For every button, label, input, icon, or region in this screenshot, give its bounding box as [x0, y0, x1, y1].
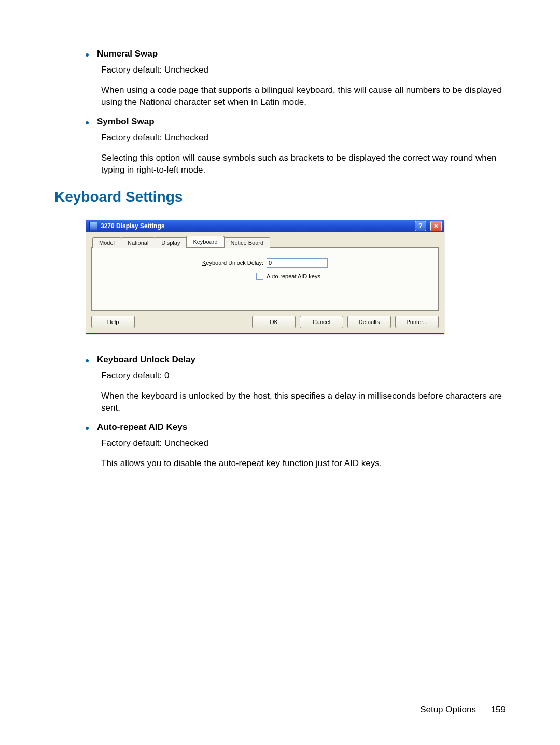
dialog-tabs: Model National Display Keyboard Notice B… — [92, 236, 439, 247]
bullet-icon — [86, 359, 89, 362]
item-title: Auto-repeat AID Keys — [97, 422, 187, 432]
item-title: Symbol Swap — [97, 117, 155, 127]
item-default: Factory default: 0 — [101, 370, 506, 382]
page-footer: Setup Options 159 — [420, 705, 506, 715]
dialog-3270-display-settings: 3270 Display Settings ? ✕ Model National… — [86, 220, 444, 334]
app-icon — [89, 222, 97, 230]
auto-repeat-label: Auto-repeat AID keys — [267, 273, 320, 279]
item-description: This allows you to disable the auto-repe… — [101, 458, 506, 470]
auto-repeat-checkbox[interactable] — [256, 273, 263, 280]
ok-button[interactable]: OK — [252, 316, 296, 328]
item-default: Factory default: Unchecked — [101, 64, 506, 76]
help-button[interactable]: Help — [91, 316, 135, 328]
tab-panel-keyboard: Keyboard Unlock Delay: Auto-repeat AID k… — [91, 247, 439, 311]
dialog-title: 3270 Display Settings — [101, 222, 164, 230]
footer-section: Setup Options — [420, 705, 476, 714]
item-default: Factory default: Unchecked — [101, 132, 506, 144]
titlebar-help-button[interactable]: ? — [415, 221, 426, 231]
item-title: Keyboard Unlock Delay — [97, 355, 195, 365]
item-title: Numeral Swap — [97, 49, 158, 59]
item-description: Selecting this option will cause symbols… — [101, 152, 506, 176]
bullet-icon — [86, 121, 89, 124]
list-item: Auto-repeat AID Keys — [86, 422, 506, 432]
defaults-button[interactable]: Defaults — [347, 316, 391, 328]
tab-model[interactable]: Model — [92, 237, 121, 248]
footer-page-number: 159 — [491, 705, 506, 714]
unlock-delay-input[interactable] — [267, 258, 328, 268]
dialog-button-row: Help OK Cancel Defaults Printer... — [91, 316, 439, 328]
item-description: When the keyboard is unlocked by the hos… — [101, 390, 506, 414]
tab-national[interactable]: National — [121, 237, 155, 248]
section-heading: Keyboard Settings — [54, 189, 506, 205]
pre-section-list: Numeral Swap Factory default: Unchecked … — [86, 49, 506, 176]
list-item: Keyboard Unlock Delay — [86, 355, 506, 365]
dialog-titlebar[interactable]: 3270 Display Settings ? ✕ — [86, 220, 444, 232]
bullet-icon — [86, 427, 89, 430]
unlock-delay-label: Keyboard Unlock Delay: — [202, 260, 263, 266]
printer-button[interactable]: Printer... — [395, 316, 439, 328]
list-item: Numeral Swap — [86, 49, 506, 59]
post-section-list: Keyboard Unlock Delay Factory default: 0… — [86, 355, 506, 470]
tab-notice-board[interactable]: Notice Board — [224, 237, 271, 248]
cancel-button[interactable]: Cancel — [300, 316, 343, 328]
titlebar-close-button[interactable]: ✕ — [430, 221, 442, 231]
list-item: Symbol Swap — [86, 117, 506, 127]
tab-display[interactable]: Display — [155, 237, 187, 248]
item-default: Factory default: Unchecked — [101, 438, 506, 449]
tab-keyboard[interactable]: Keyboard — [186, 236, 224, 247]
item-description: When using a code page that supports a b… — [101, 85, 506, 108]
bullet-icon — [86, 53, 89, 57]
